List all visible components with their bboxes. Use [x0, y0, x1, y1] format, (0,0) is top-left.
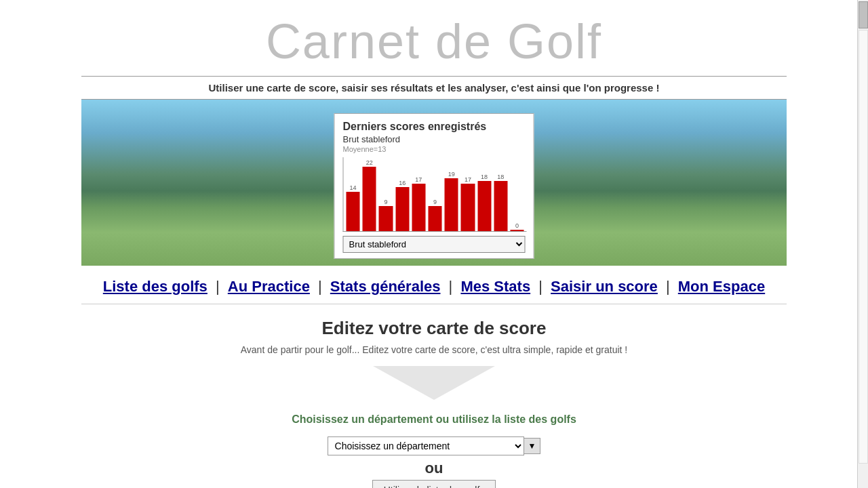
bar-item-1: 22: [363, 159, 376, 231]
header-subtitle: Utiliser une carte de score, saisir ses …: [0, 77, 868, 99]
section-label: Choisissez un département ou utilisez la…: [0, 413, 868, 426]
bar-rect-5: [428, 206, 441, 231]
chart-moyenne: Moyenne=13: [343, 145, 526, 153]
scrollbar[interactable]: [857, 0, 868, 488]
main-subtitle: Avant de partir pour le golf... Editez v…: [0, 344, 868, 355]
bar-rect-4: [412, 184, 425, 231]
bar-item-7: 17: [461, 176, 475, 231]
section-label-text: Choisissez un département ou utilisez la…: [292, 413, 576, 425]
bar-rect-1: [363, 167, 376, 231]
bar-label-9: 18: [497, 174, 504, 180]
hero-area: Derniers scores enregistrés Brut stablef…: [81, 100, 787, 266]
bar-label-6: 19: [448, 171, 455, 178]
main-content: Editez votre carte de score Avant de par…: [0, 304, 868, 488]
nav-separator-3: |: [534, 278, 547, 295]
bar-item-2: 9: [379, 199, 393, 231]
bar-label-4: 17: [415, 176, 422, 183]
nav-separator-4: |: [662, 278, 674, 295]
bar-rect-10: [510, 230, 524, 231]
dept-select[interactable]: Choisissez un département: [328, 436, 524, 455]
bar-item-5: 9: [428, 199, 441, 231]
bar-label-3: 16: [399, 180, 406, 186]
dept-dropdown-button[interactable]: ▼: [524, 438, 541, 454]
arrow-decoration: [373, 366, 495, 400]
bar-label-7: 17: [465, 176, 471, 183]
bar-rect-6: [445, 178, 458, 231]
bar-zero-label-10: 0: [515, 222, 519, 229]
dept-row: Choisissez un département ▼: [0, 436, 868, 455]
chart-title: Derniers scores enregistrés: [343, 121, 526, 133]
nav-item-au-practice[interactable]: Au Practice: [228, 278, 310, 295]
nav-item-mon-espace[interactable]: Mon Espace: [678, 278, 765, 295]
bar-label-5: 9: [433, 199, 437, 205]
bar-item-6: 19: [445, 171, 458, 231]
bar-rect-9: [494, 181, 507, 231]
chart-panel: Derniers scores enregistrés Brut stablef…: [334, 113, 534, 259]
nav-separator-0: |: [212, 278, 224, 295]
scrollbar-track: [859, 30, 868, 464]
bar-rect-8: [477, 181, 491, 231]
bar-item-3: 16: [395, 180, 409, 231]
bar-rect-3: [395, 187, 409, 231]
bar-item-4: 17: [412, 176, 425, 231]
bar-label-2: 9: [384, 199, 387, 205]
chart-subtitle: Brut stableford: [343, 134, 526, 144]
chart-area: 1422916179191718180: [343, 157, 527, 232]
site-title: Carnet de Golf: [0, 14, 868, 69]
nav-separator-2: |: [444, 278, 456, 295]
bar-item-10: 0: [510, 222, 524, 231]
nav-item-mes-stats[interactable]: Mes Stats: [460, 278, 530, 295]
bar-rect-7: [461, 184, 475, 231]
main-title: Editez votre carte de score: [0, 318, 868, 339]
bar-rect-2: [379, 206, 393, 231]
ou-label: ou: [0, 460, 868, 477]
bar-label-8: 18: [481, 174, 488, 180]
scrollbar-thumb[interactable]: [859, 1, 868, 28]
bar-label-0: 14: [350, 184, 357, 191]
nav-separator-1: |: [314, 278, 326, 295]
bar-rect-0: [347, 192, 360, 231]
bars-container: 1422916179191718180: [344, 157, 527, 231]
bar-item-9: 18: [494, 174, 507, 231]
chart-dropdown[interactable]: Brut stablefordNet stablefordBrut stroke…: [343, 236, 526, 253]
header: Carnet de Golf: [0, 0, 868, 76]
chart-type-select[interactable]: Brut stablefordNet stablefordBrut stroke…: [343, 236, 526, 253]
nav-item-liste-golfs[interactable]: Liste des golfs: [103, 278, 208, 295]
navigation: Liste des golfs | Au Practice | Stats gé…: [81, 266, 787, 304]
nav-item-saisir-score[interactable]: Saisir un score: [551, 278, 658, 295]
bar-item-0: 14: [347, 184, 360, 231]
bar-item-8: 18: [477, 174, 491, 231]
nav-item-stats-generales[interactable]: Stats générales: [330, 278, 441, 295]
liste-golfs-button[interactable]: Utilisez la liste des golfs: [372, 480, 496, 488]
bar-label-1: 22: [366, 159, 373, 166]
